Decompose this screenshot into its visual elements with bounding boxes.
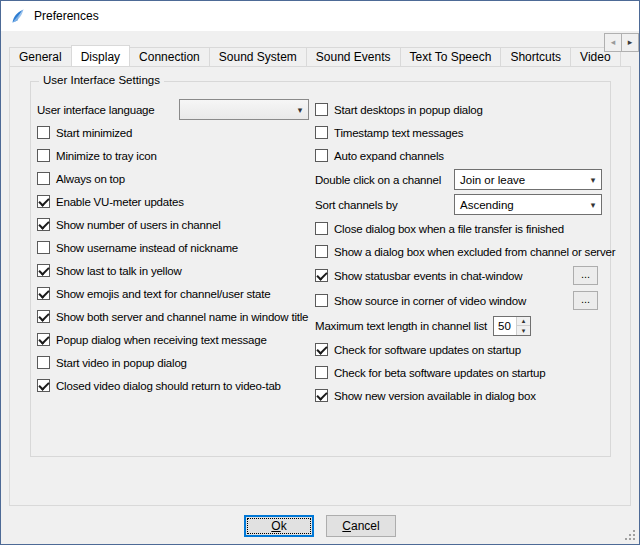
ok-button-label: Ok	[271, 519, 286, 533]
video-source-ellipsis-button[interactable]: ...	[573, 291, 598, 310]
checkbox[interactable]	[37, 149, 50, 162]
tab-scroll-right-icon[interactable]: ▸	[621, 33, 639, 52]
spinner-value: 50	[494, 317, 516, 335]
left-column: User interface language ▾ Start minimize…	[37, 98, 309, 407]
chevron-down-icon: ▾	[585, 200, 601, 210]
checkbox[interactable]	[315, 149, 328, 162]
tab-connection[interactable]: Connection	[129, 47, 210, 66]
checkbox-label: Start desktops in popup dialog	[334, 104, 483, 116]
checkbox[interactable]	[37, 172, 50, 185]
checkbox[interactable]	[315, 389, 328, 402]
titlebar[interactable]: Preferences	[1, 1, 639, 31]
checkbox-row-start-minimized[interactable]: Start minimized	[37, 121, 309, 144]
checkbox[interactable]	[37, 333, 50, 346]
checkbox-row-show-user-count[interactable]: Show number of users in channel	[37, 213, 309, 236]
ok-button[interactable]: Ok	[244, 515, 314, 537]
checkbox[interactable]	[315, 222, 328, 235]
tab-shortcuts[interactable]: Shortcuts	[500, 47, 571, 66]
checkbox-label: Check for beta software updates on start…	[334, 367, 546, 379]
checkbox-label: Check for software updates on startup	[334, 344, 521, 356]
checkbox[interactable]	[315, 294, 328, 307]
checkbox-row-new-version-dialog[interactable]: Show new version available in dialog box	[315, 384, 602, 407]
checkbox-label: Closed video dialog should return to vid…	[56, 380, 281, 392]
checkbox[interactable]	[37, 241, 50, 254]
checkbox-row-username-instead-nickname[interactable]: Show username instead of nickname	[37, 236, 309, 259]
combobox-value: Join or leave	[460, 174, 525, 186]
checkbox-row-minimize-to-tray[interactable]: Minimize to tray icon	[37, 144, 309, 167]
right-column: Start desktops in popup dialog Timestamp…	[315, 98, 602, 407]
checkbox-row-dialog-when-excluded[interactable]: Show a dialog box when excluded from cha…	[315, 240, 602, 263]
checkbox-label: Show emojis and text for channel/user st…	[56, 288, 271, 300]
cancel-button[interactable]: Cancel	[326, 515, 396, 537]
spinner-buttons: ▴ ▾	[516, 317, 530, 335]
max-text-length-label: Maximum text length in channel list	[315, 320, 487, 332]
max-text-length-spinner[interactable]: 50 ▴ ▾	[493, 316, 531, 336]
checkbox[interactable]	[37, 126, 50, 139]
checkbox[interactable]	[37, 264, 50, 277]
checkbox-row-timestamp-messages[interactable]: Timestamp text messages	[315, 121, 602, 144]
checkbox-row-popup-text-message[interactable]: Popup dialog when receiving text message	[37, 328, 309, 351]
language-label: User interface language	[37, 104, 155, 116]
checkbox[interactable]	[37, 379, 50, 392]
checkbox[interactable]	[315, 126, 328, 139]
ui-settings-group: User Interface Settings User interface l…	[30, 81, 611, 457]
checkbox-row-check-updates[interactable]: Check for software updates on startup	[315, 338, 602, 361]
checkbox-row-server-channel-title[interactable]: Show both server and channel name in win…	[37, 305, 309, 328]
chevron-down-icon: ▾	[292, 105, 308, 115]
checkbox[interactable]	[315, 103, 328, 116]
checkbox[interactable]	[315, 269, 328, 282]
checkbox-label: Show username instead of nickname	[56, 242, 238, 254]
double-click-combobox[interactable]: Join or leave ▾	[454, 169, 602, 190]
tab-panel: User Interface Settings User interface l…	[9, 66, 631, 506]
statusbar-events-ellipsis-button[interactable]: ...	[573, 266, 598, 285]
checkbox-label: Always on top	[56, 173, 125, 185]
tab-scroll-left-icon[interactable]: ◂	[604, 33, 622, 52]
checkbox-row-auto-expand-channels[interactable]: Auto expand channels	[315, 144, 602, 167]
window-title: Preferences	[34, 9, 99, 23]
chevron-down-icon: ▾	[585, 175, 601, 185]
double-click-label: Double click on a channel	[315, 174, 441, 186]
checkbox[interactable]	[37, 218, 50, 231]
video-source-corner-row[interactable]: Show source in corner of video window ..…	[315, 288, 602, 313]
checkbox-label: Minimize to tray icon	[56, 150, 157, 162]
checkbox[interactable]	[315, 366, 328, 379]
preferences-window: Preferences General Display Connection S…	[0, 0, 640, 545]
tab-display[interactable]: Display	[71, 45, 130, 66]
statusbar-events-row[interactable]: Show statusbar events in chat-window ...	[315, 263, 602, 288]
checkbox-row-vu-meter[interactable]: Enable VU-meter updates	[37, 190, 309, 213]
checkbox-label: Show a dialog box when excluded from cha…	[334, 246, 615, 258]
checkbox-row-close-on-transfer-finished[interactable]: Close dialog box when a file transfer is…	[315, 217, 602, 240]
checkbox-label: Show both server and channel name in win…	[56, 311, 308, 323]
spin-up-icon[interactable]: ▴	[517, 317, 530, 326]
resize-grip[interactable]	[624, 529, 636, 541]
tab-general[interactable]: General	[9, 47, 72, 66]
tab-sound-system[interactable]: Sound System	[209, 47, 307, 66]
group-title: User Interface Settings	[39, 74, 164, 86]
checkbox-label: Enable VU-meter updates	[56, 196, 184, 208]
checkbox[interactable]	[37, 356, 50, 369]
dialog-content: General Display Connection Sound System …	[1, 31, 639, 544]
language-row: User interface language ▾	[37, 98, 309, 121]
language-combobox[interactable]: ▾	[179, 99, 309, 120]
checkbox-row-closed-video-return[interactable]: Closed video dialog should return to vid…	[37, 374, 309, 397]
tab-bar: General Display Connection Sound System …	[9, 44, 631, 66]
checkbox[interactable]	[37, 195, 50, 208]
checkbox-row-start-desktops-popup[interactable]: Start desktops in popup dialog	[315, 98, 602, 121]
checkbox-label: Timestamp text messages	[334, 127, 463, 139]
app-icon	[10, 8, 26, 24]
checkbox-row-emojis-text[interactable]: Show emojis and text for channel/user st…	[37, 282, 309, 305]
tab-sound-events[interactable]: Sound Events	[306, 47, 401, 66]
checkbox[interactable]	[315, 343, 328, 356]
checkbox-label: Close dialog box when a file transfer is…	[334, 223, 564, 235]
spin-down-icon[interactable]: ▾	[517, 325, 530, 335]
checkbox-row-last-to-talk[interactable]: Show last to talk in yellow	[37, 259, 309, 282]
checkbox-row-video-popup[interactable]: Start video in popup dialog	[37, 351, 309, 374]
checkbox[interactable]	[37, 310, 50, 323]
checkbox[interactable]	[37, 287, 50, 300]
dialog-buttons: Ok Cancel	[9, 515, 631, 537]
checkbox[interactable]	[315, 245, 328, 258]
tab-text-to-speech[interactable]: Text To Speech	[400, 47, 502, 66]
checkbox-row-check-beta-updates[interactable]: Check for beta software updates on start…	[315, 361, 602, 384]
sort-channels-combobox[interactable]: Ascending ▾	[454, 194, 602, 215]
checkbox-row-always-on-top[interactable]: Always on top	[37, 167, 309, 190]
